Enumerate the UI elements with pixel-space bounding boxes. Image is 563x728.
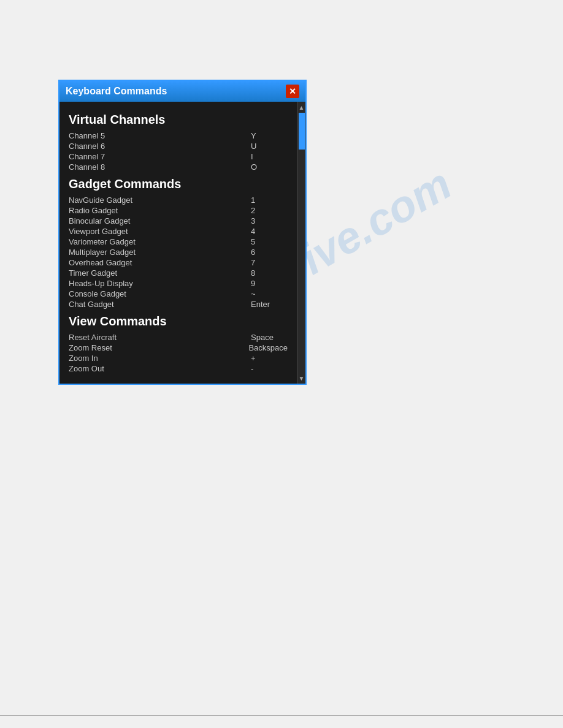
command-name: Variometer Gadget xyxy=(69,237,136,246)
virtual-channels-heading: Virtual Channels xyxy=(69,113,288,127)
table-row: Channel 5 Y xyxy=(69,131,288,141)
command-key: 4 xyxy=(251,227,288,236)
command-name: NavGuide Gadget xyxy=(69,195,132,205)
gadget-commands-list: NavGuide Gadget 1 Radio Gadget 2 Binocul… xyxy=(69,195,288,309)
command-name: Timer Gadget xyxy=(69,268,117,278)
table-row: Channel 7 I xyxy=(69,151,288,162)
table-row: Radio Gadget 2 xyxy=(69,205,288,216)
command-key: 8 xyxy=(251,268,288,278)
command-key: 9 xyxy=(251,279,288,288)
table-row: Heads-Up Display 9 xyxy=(69,278,288,289)
command-name: Reset Aircraft xyxy=(69,333,117,342)
command-key: O xyxy=(251,162,288,172)
table-row: Binocular Gadget 3 xyxy=(69,216,288,226)
command-name: Overhead Gadget xyxy=(69,258,132,267)
table-row: Zoom In + xyxy=(69,353,288,363)
command-key: Backspace xyxy=(248,343,288,352)
gadget-commands-heading: Gadget Commands xyxy=(69,177,288,191)
table-row: NavGuide Gadget 1 xyxy=(69,195,288,205)
command-key: 1 xyxy=(251,195,288,205)
bottom-divider xyxy=(0,715,563,716)
command-name: Heads-Up Display xyxy=(69,279,133,288)
scroll-down-arrow[interactable]: ▼ xyxy=(298,374,305,382)
table-row: Multiplayer Gadget 6 xyxy=(69,247,288,257)
close-button[interactable]: ✕ xyxy=(286,85,299,98)
command-key: + xyxy=(251,354,288,363)
table-row: Viewport Gadget 4 xyxy=(69,226,288,237)
command-key: ~ xyxy=(251,289,288,298)
command-name: Channel 6 xyxy=(69,142,105,151)
command-key: Enter xyxy=(251,300,288,309)
command-key: U xyxy=(251,142,288,151)
command-name: Radio Gadget xyxy=(69,206,118,215)
table-row: Chat Gadget Enter xyxy=(69,299,288,309)
table-row: Overhead Gadget 7 xyxy=(69,257,288,268)
command-name: Channel 8 xyxy=(69,162,105,172)
command-name: Zoom Reset xyxy=(69,343,112,352)
table-row: Zoom Reset Backspace xyxy=(69,343,288,353)
command-name: Zoom In xyxy=(69,354,98,363)
dialog-content: Virtual Channels Channel 5 Y Channel 6 U… xyxy=(59,102,297,384)
table-row: Variometer Gadget 5 xyxy=(69,237,288,247)
scroll-thumb[interactable] xyxy=(299,113,305,150)
table-row: Channel 6 U xyxy=(69,141,288,151)
table-row: Reset Aircraft Space xyxy=(69,332,288,343)
dialog-title: Keyboard Commands xyxy=(66,86,167,97)
table-row: Timer Gadget 8 xyxy=(69,268,288,278)
command-key: Y xyxy=(251,131,288,140)
virtual-channels-commands: Channel 5 Y Channel 6 U Channel 7 I Chan… xyxy=(69,131,288,172)
view-commands-list: Reset Aircraft Space Zoom Reset Backspac… xyxy=(69,332,288,374)
scroll-track[interactable] xyxy=(299,113,305,373)
table-row: Zoom Out - xyxy=(69,363,288,374)
command-key: - xyxy=(251,364,288,373)
table-row: Channel 8 O xyxy=(69,162,288,172)
view-commands-heading: View Commands xyxy=(69,314,288,328)
dialog-body: Virtual Channels Channel 5 Y Channel 6 U… xyxy=(59,102,305,384)
dialog-titlebar: Keyboard Commands ✕ xyxy=(59,81,305,102)
command-key: 6 xyxy=(251,248,288,257)
command-key: 5 xyxy=(251,237,288,246)
scroll-up-arrow[interactable]: ▲ xyxy=(298,103,305,112)
command-name: Binocular Gadget xyxy=(69,216,130,226)
command-key: I xyxy=(251,152,288,161)
command-key: 3 xyxy=(251,216,288,226)
scrollbar[interactable]: ▲ ▼ xyxy=(297,102,305,384)
command-key: 2 xyxy=(251,206,288,215)
command-name: Viewport Gadget xyxy=(69,227,128,236)
command-name: Channel 5 xyxy=(69,131,105,140)
command-name: Multiplayer Gadget xyxy=(69,248,136,257)
command-name: Zoom Out xyxy=(69,364,104,373)
command-name: Chat Gadget xyxy=(69,300,114,309)
command-name: Channel 7 xyxy=(69,152,105,161)
command-key: 7 xyxy=(251,258,288,267)
keyboard-commands-dialog: Keyboard Commands ✕ Virtual Channels Cha… xyxy=(58,80,307,385)
table-row: Console Gadget ~ xyxy=(69,289,288,299)
command-name: Console Gadget xyxy=(69,289,126,298)
command-key: Space xyxy=(251,333,288,342)
